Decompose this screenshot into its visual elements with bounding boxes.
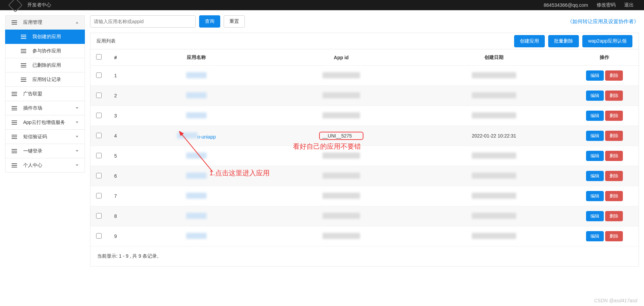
appid-highlight: __UNI__5275 [319, 132, 363, 140]
table-row: 3 编辑 删除 [90, 106, 639, 126]
blurred-text [472, 72, 516, 78]
col-appid: App id [265, 49, 418, 66]
sidebar-item-transfer[interactable]: 应用转让记录 [5, 73, 85, 87]
delete-button[interactable]: 删除 [605, 211, 623, 221]
edit-button[interactable]: 编辑 [586, 171, 604, 181]
menu-icon [12, 163, 17, 167]
table-row: 4 o-uniapp __UNI__5275 2022-01-22 10:22:… [90, 126, 639, 146]
menu-icon [21, 78, 26, 82]
row-index: 9 [107, 226, 128, 246]
blurred-text [472, 112, 516, 118]
table-row: 7 编辑 删除 [90, 186, 639, 206]
sidebar-item-my-apps[interactable]: 我创建的应用 [5, 30, 85, 44]
edit-button[interactable]: 编辑 [586, 111, 604, 121]
row-checkbox[interactable] [96, 73, 102, 78]
table-footer: 当前显示: 1 - 9 , 共 9 条记录。 [90, 246, 639, 266]
row-checkbox[interactable] [96, 193, 102, 198]
change-password-link[interactable]: 修改密码 [597, 2, 616, 8]
blurred-text [323, 233, 360, 239]
row-index: 4 [107, 126, 128, 146]
blurred-text [472, 173, 516, 179]
user-email[interactable]: 864534366@qq.com [544, 2, 588, 8]
row-index: 7 [107, 186, 128, 206]
sidebar-item-deleted[interactable]: 已删除的应用 [5, 58, 85, 73]
blurred-text [186, 233, 207, 239]
create-app-button[interactable]: 创建应用 [514, 35, 545, 47]
row-index: 3 [107, 106, 128, 126]
create-date: 2022-01-22 10:22:31 [472, 133, 516, 139]
topbar-title: 开发者中心 [27, 2, 51, 8]
sidebar-label: 插件市场 [23, 105, 42, 111]
delete-button[interactable]: 删除 [605, 131, 623, 141]
blurred-text [323, 112, 360, 118]
blurred-text [323, 92, 360, 98]
row-checkbox[interactable] [96, 93, 102, 98]
row-checkbox[interactable] [96, 233, 102, 239]
delete-button[interactable]: 删除 [605, 151, 623, 161]
sidebar-item-ads[interactable]: 广告联盟 [5, 87, 85, 101]
app-list-panel: 应用列表 创建应用 批量删除 wap2app应用认领 # 应用名称 App id… [90, 33, 639, 267]
table-row: 6 编辑 删除 [90, 166, 639, 186]
table-row: 5 编辑 删除 [90, 146, 639, 166]
blurred-text [186, 193, 207, 199]
sidebar-item-plugins[interactable]: 插件市场 [5, 101, 85, 115]
blurred-text [186, 213, 207, 219]
delete-button[interactable]: 删除 [605, 91, 623, 101]
menu-icon [12, 92, 17, 96]
sidebar-label: 应用转让记录 [32, 77, 61, 83]
row-index: 8 [107, 206, 128, 226]
edit-button[interactable]: 编辑 [586, 131, 604, 141]
delete-button[interactable]: 删除 [605, 70, 623, 81]
edit-button[interactable]: 编辑 [586, 91, 604, 101]
edit-button[interactable]: 编辑 [586, 231, 604, 241]
blurred-text [323, 173, 360, 179]
menu-icon [12, 149, 17, 153]
sidebar-item-cloud[interactable]: App云打包增值服务 [5, 115, 85, 130]
row-index: 1 [107, 66, 128, 86]
sidebar-item-personal[interactable]: 个人中心 [5, 158, 85, 173]
app-table: # 应用名称 App id 创建日期 操作 1 编辑 删除 2 编辑 删 [90, 49, 639, 246]
blurred-text [472, 233, 516, 239]
chevron-up-icon [76, 22, 78, 23]
blurred-text [472, 92, 516, 98]
sidebar-group-app[interactable]: 应用管理 [5, 15, 85, 30]
transfer-guide-link[interactable]: 《如何转让应用及设置协作者》 [567, 18, 639, 25]
delete-button[interactable]: 删除 [605, 111, 623, 121]
row-checkbox[interactable] [96, 113, 102, 118]
edit-button[interactable]: 编辑 [586, 70, 604, 81]
sidebar-item-sms[interactable]: 短信验证码 [5, 130, 85, 144]
sidebar-label: 个人中心 [23, 162, 42, 168]
col-date: 创建日期 [418, 49, 570, 66]
sidebar-item-collab[interactable]: 参与协作应用 [5, 44, 85, 58]
blurred-text [323, 152, 360, 159]
toolbar: 查询 重置 《如何转让应用及设置协作者》 [90, 15, 639, 28]
blurred-text [323, 213, 360, 219]
row-checkbox[interactable] [96, 153, 102, 158]
edit-button[interactable]: 编辑 [586, 211, 604, 221]
row-checkbox[interactable] [96, 173, 102, 178]
edit-button[interactable]: 编辑 [586, 191, 604, 201]
delete-button[interactable]: 删除 [605, 171, 623, 181]
panel-title: 应用列表 [96, 38, 116, 44]
blurred-text [323, 72, 360, 78]
sidebar-label: 广告联盟 [23, 91, 42, 97]
sidebar-item-onelogin[interactable]: 一键登录 [5, 144, 85, 158]
batch-delete-button[interactable]: 批量删除 [548, 35, 579, 47]
delete-button[interactable]: 删除 [605, 191, 623, 201]
delete-button[interactable]: 删除 [605, 231, 623, 241]
search-input[interactable] [90, 15, 196, 28]
select-all-checkbox[interactable] [96, 54, 102, 60]
menu-icon [12, 135, 17, 139]
query-button[interactable]: 查询 [199, 15, 220, 28]
blurred-text [186, 112, 207, 118]
chevron-down-icon [76, 136, 78, 138]
wap2app-claim-button[interactable]: wap2app应用认领 [582, 35, 632, 47]
row-checkbox[interactable] [96, 133, 102, 138]
row-checkbox[interactable] [96, 213, 102, 219]
edit-button[interactable]: 编辑 [586, 151, 604, 161]
table-row: 1 编辑 删除 [90, 66, 639, 86]
menu-icon [12, 120, 17, 125]
app-name-link[interactable]: o-uniapp [197, 134, 216, 140]
logout-link[interactable]: 退出 [624, 2, 634, 8]
reset-button[interactable]: 重置 [224, 15, 245, 28]
